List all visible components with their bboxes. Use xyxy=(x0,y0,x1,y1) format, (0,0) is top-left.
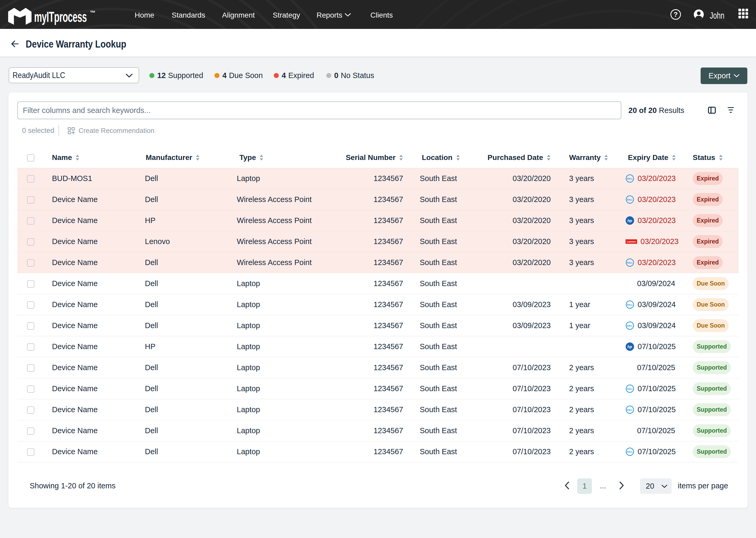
svg-text:D∆LL: D∆LL xyxy=(627,451,633,453)
svg-text:D∆LL: D∆LL xyxy=(627,198,633,201)
svg-text:Lenovo: Lenovo xyxy=(627,240,636,243)
svg-text:D∆LL: D∆LL xyxy=(627,408,633,411)
svg-text:D∆LL: D∆LL xyxy=(627,324,633,327)
svg-text:?: ? xyxy=(674,11,678,19)
svg-text:D∆LL: D∆LL xyxy=(627,388,633,390)
svg-text:hp: hp xyxy=(627,219,632,223)
svg-text:D∆LL: D∆LL xyxy=(627,303,633,306)
svg-text:hp: hp xyxy=(627,345,632,349)
svg-text:D∆LL: D∆LL xyxy=(627,177,633,180)
svg-text:D∆LL: D∆LL xyxy=(627,261,633,264)
